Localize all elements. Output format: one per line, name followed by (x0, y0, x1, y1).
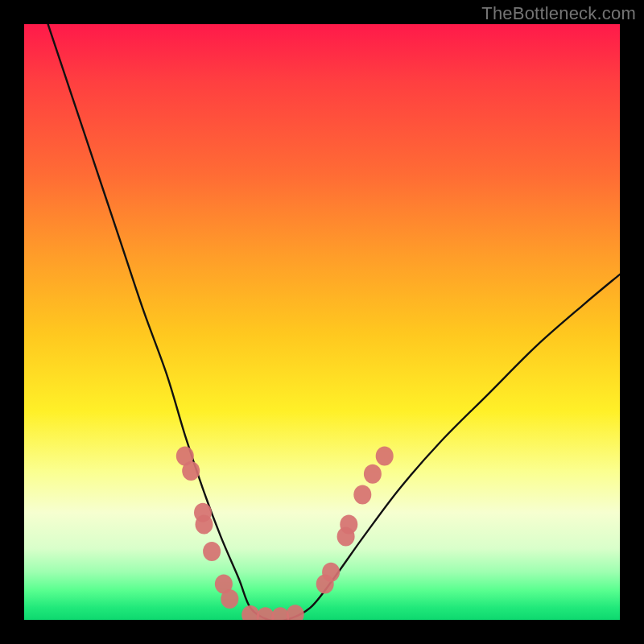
curve-layer (48, 24, 620, 620)
scatter-dot (340, 515, 357, 535)
scatter-dot (353, 485, 371, 505)
scatter-dot (376, 447, 394, 466)
scatter-dot (196, 515, 213, 535)
scatter-dot (322, 563, 340, 582)
scatter-dot (364, 464, 382, 484)
scatter-layer (176, 447, 394, 621)
bottleneck-curve (48, 24, 620, 620)
scatter-dot (287, 605, 304, 620)
scatter-dot (203, 542, 221, 561)
chart-svg (24, 24, 620, 620)
scatter-dot (221, 589, 238, 609)
watermark-text: TheBottleneck.com (481, 3, 636, 24)
chart-plot-area (24, 24, 620, 620)
chart-frame: TheBottleneck.com (0, 0, 644, 644)
scatter-dot (182, 461, 200, 481)
